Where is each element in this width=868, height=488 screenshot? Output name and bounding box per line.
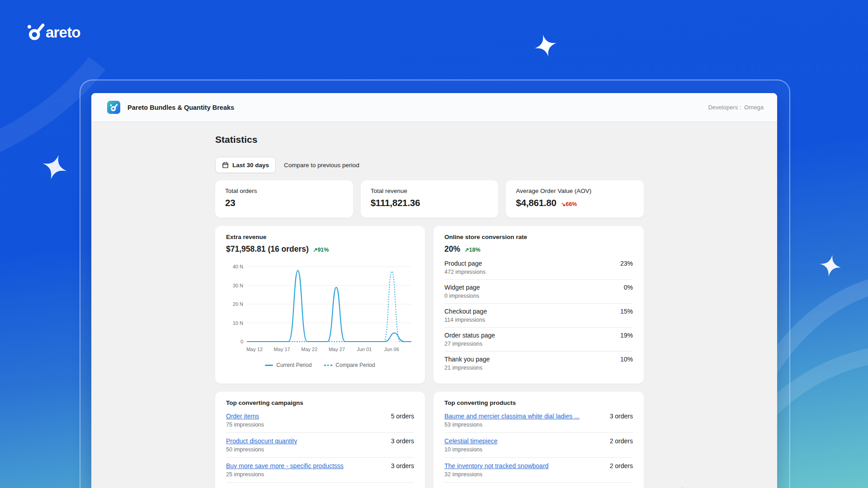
- orders-count: 3 orders: [391, 462, 414, 469]
- impressions-label: 75 impressions: [226, 422, 414, 428]
- impressions-label: 114 impressions: [444, 317, 633, 323]
- impressions-label: 472 impressions: [444, 269, 633, 275]
- stat-value: $4,861.80: [516, 197, 556, 208]
- controls-row: Last 30 days Compare to previous period: [215, 157, 644, 173]
- impressions-label: 53 impressions: [444, 422, 633, 428]
- products-list: Baume and mercier classima white dial la…: [444, 408, 633, 488]
- top-products-title: Top converting products: [444, 399, 633, 406]
- conversion-rate-value: 23%: [620, 260, 633, 267]
- svg-text:20 N: 20 N: [233, 301, 243, 307]
- orders-count: 5 orders: [391, 413, 414, 420]
- solid-line-swatch: [265, 365, 273, 366]
- top-campaigns-title: Top converting campaigns: [226, 399, 414, 406]
- trend-down-icon: ↘: [561, 201, 566, 207]
- conversion-name-label: Order status page: [444, 332, 495, 339]
- conversion-name-label: Widget page: [444, 284, 480, 291]
- stat-cards-row: Total orders 23 Total revenue $111,821.3…: [215, 180, 644, 218]
- impressions-label: 10 impressions: [444, 446, 633, 453]
- svg-text:30 N: 30 N: [233, 283, 243, 288]
- extra-revenue-title: Extra revenue: [226, 234, 414, 240]
- svg-text:Jun 06: Jun 06: [384, 347, 399, 352]
- product-name-link[interactable]: The inventory not tracked snowboard: [444, 462, 548, 469]
- conversion-rate-value: 19%: [620, 332, 633, 339]
- impressions-label: 32 impressions: [444, 471, 633, 478]
- svg-text:May 27: May 27: [329, 347, 345, 352]
- conversion-name-label: Product page: [444, 260, 482, 267]
- campaigns-list: Order items5 orders75 impressionsProduct…: [226, 408, 414, 488]
- sparkle-icon: [42, 155, 67, 180]
- app-icon: [107, 101, 120, 114]
- app-header: Pareto Bundles & Quantity Breaks Develop…: [91, 93, 777, 122]
- orders-count: 2 orders: [610, 437, 633, 445]
- svg-text:May 17: May 17: [274, 347, 290, 352]
- conversion-delta: ↗18%: [464, 246, 481, 253]
- top-campaigns-card: Top converting campaigns Order items5 or…: [215, 392, 425, 488]
- impressions-label: 27 impressions: [444, 341, 633, 347]
- campaign-row: Product disocunt quantity3 orders50 impr…: [226, 432, 414, 457]
- impressions-label: 25 impressions: [226, 471, 414, 478]
- developer-name: Omega: [744, 104, 764, 111]
- aov-card: Average Order Value (AOV) $4,861.80 ↘66%: [506, 180, 644, 218]
- product-row: The inventory not tracked snowboard2 ord…: [444, 457, 633, 482]
- product-name-link[interactable]: Celestial timepiece: [444, 437, 498, 445]
- line-chart-svg: 010 N20 N30 N40 NMay 12May 17May 22May 2…: [226, 259, 415, 355]
- campaign-row: Order items5 orders75 impressions: [226, 408, 414, 432]
- sparkle-icon: [820, 255, 841, 277]
- windows-activation-watermark: Activ Go to S: [668, 486, 691, 488]
- app-body: Statistics Last 30 days Compare to previ…: [91, 122, 777, 488]
- top-products-card: Top converting products Baume and mercie…: [434, 392, 644, 488]
- campaign-row: Quantiy all3 orders: [226, 482, 414, 488]
- pareto-logo: areto: [27, 23, 80, 41]
- dotted-line-swatch: [324, 365, 332, 366]
- conversion-row: Widget page0%0 impressions: [444, 279, 633, 303]
- date-range-label: Last 30 days: [232, 162, 269, 169]
- campaign-name-link[interactable]: Order items: [226, 413, 259, 420]
- legend-current-period: Current Period: [265, 362, 311, 368]
- developers-info: Developers : Omega: [708, 104, 764, 111]
- conversion-value: 20%: [444, 244, 460, 254]
- conversion-row: Order status page19%27 impressions: [444, 327, 633, 351]
- conversion-rate-value: 0%: [624, 284, 633, 291]
- campaign-name-link[interactable]: Product disocunt quantity: [226, 437, 297, 445]
- conversion-row: Checkout page15%114 impressions: [444, 303, 633, 327]
- extra-revenue-card: Extra revenue $71,958.81 (16 orders) ↗91…: [215, 226, 425, 384]
- trend-up-icon: ↗: [464, 247, 469, 253]
- pareto-logo-text: areto: [46, 25, 80, 40]
- product-name-link[interactable]: Baume and mercier classima white dial la…: [444, 413, 580, 420]
- calendar-icon: [222, 162, 229, 169]
- trend-up-icon: ↗: [313, 247, 317, 253]
- product-row: Celestial timepiece2 orders10 impression…: [444, 432, 633, 457]
- stat-value: 23: [225, 197, 235, 208]
- sparkle-icon: [534, 34, 557, 57]
- campaign-row: Buy more save more - specific productsss…: [226, 457, 414, 482]
- stat-label: Total orders: [225, 188, 343, 194]
- stat-label: Average Order Value (AOV): [516, 188, 634, 194]
- svg-text:Jun 01: Jun 01: [357, 347, 372, 352]
- compare-period-line: [247, 272, 411, 342]
- compare-period-label[interactable]: Compare to previous period: [284, 162, 359, 169]
- svg-text:May 22: May 22: [301, 347, 317, 352]
- svg-text:40 N: 40 N: [233, 264, 243, 269]
- svg-text:10 N: 10 N: [233, 320, 243, 326]
- impressions-label: 0 impressions: [444, 293, 633, 299]
- campaign-name-link[interactable]: Buy more save more - specific productsss: [226, 462, 344, 469]
- extra-revenue-value: $71,958.81 (16 orders): [226, 244, 309, 254]
- legend-compare-period: Compare Period: [324, 362, 375, 368]
- conversion-rate-value: 10%: [620, 356, 633, 363]
- developers-label: Developers :: [708, 104, 741, 111]
- date-range-button[interactable]: Last 30 days: [215, 157, 276, 173]
- svg-text:May 12: May 12: [246, 347, 263, 352]
- conversion-row: Thank you page10%21 impressions: [444, 351, 633, 375]
- chart-legend: Current Period Compare Period: [226, 362, 414, 368]
- total-revenue-card: Total revenue $111,821.36: [361, 180, 499, 218]
- app-title: Pareto Bundles & Quantity Breaks: [127, 104, 234, 111]
- page-title: Statistics: [215, 122, 644, 145]
- product-row: Baume and mercier classima white dial la…: [444, 408, 633, 432]
- conversion-rate-value: 15%: [620, 308, 633, 315]
- conversion-row: Product page23%472 impressions: [444, 256, 633, 279]
- conversion-name-label: Thank you page: [444, 356, 490, 363]
- extra-revenue-chart: 010 N20 N30 N40 NMay 12May 17May 22May 2…: [226, 259, 414, 357]
- orders-count: 3 orders: [610, 413, 633, 420]
- orders-count: 2 orders: [610, 462, 633, 469]
- total-orders-card: Total orders 23: [215, 180, 353, 218]
